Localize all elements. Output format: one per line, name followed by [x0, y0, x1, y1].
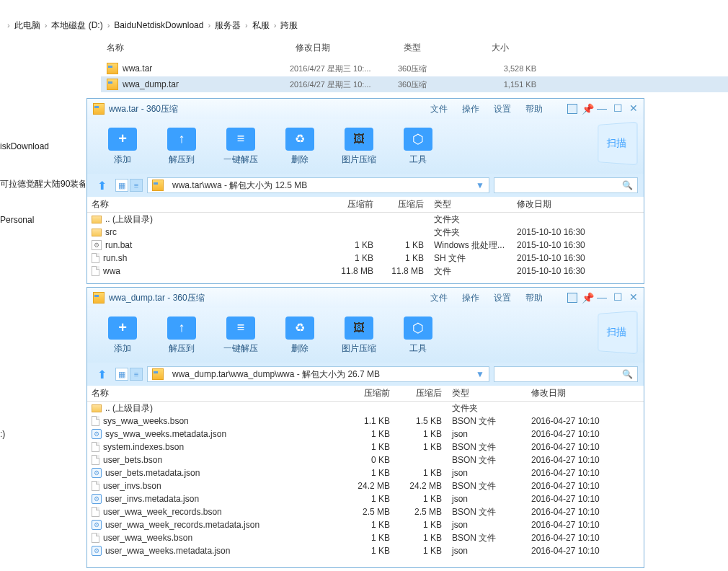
menu-settings[interactable]: 设置 — [494, 103, 511, 115]
hdr-name[interactable]: 名称 — [87, 198, 325, 211]
col-name[interactable]: 名称 — [101, 42, 290, 58]
chevron-down-icon[interactable]: ▼ — [476, 180, 484, 190]
crumb[interactable]: BaiduNetdiskDownload — [114, 20, 203, 30]
menu-help[interactable]: 帮助 — [525, 292, 543, 304]
list-item[interactable]: user_wwa_weeks.metadata.json1 KB1 KBjson… — [87, 544, 644, 557]
search-icon: 🔍 — [622, 180, 633, 190]
list-item[interactable]: user_bets.bson0 KBBSON 文件2016-04-27 10:1… — [87, 453, 644, 466]
skin-icon[interactable] — [567, 293, 577, 303]
size-before: 1 KB — [338, 429, 396, 439]
crumb[interactable]: 本地磁盘 (D:) — [51, 19, 102, 32]
delete-button[interactable]: 删除 — [273, 317, 327, 355]
titlebar[interactable]: wwa_dump.tar - 360压缩 文件 操作 设置 帮助 📌 — ☐ ✕ — [87, 288, 644, 308]
sidebar-item[interactable]: 可拉德觉醒大陆90装备 — [0, 178, 85, 190]
menu-file[interactable]: 文件 — [430, 292, 448, 304]
oneclick-button[interactable]: 一键解压 — [214, 128, 267, 166]
list-item[interactable]: user_wwa_week_records.bson2.5 MB2.5 MBBS… — [87, 505, 644, 518]
hdr-date[interactable]: 修改日期 — [505, 198, 613, 211]
list-item[interactable]: user_bets.metadata.json1 KB1 KBjson2016-… — [87, 466, 644, 479]
path-input[interactable]: wwa_dump.tar\wwa_dump\wwa - 解包大小为 26.7 M… — [147, 366, 489, 382]
list-item[interactable]: run.sh1 KB1 KBSH 文件2015-10-10 16:30 — [87, 252, 644, 265]
view-grid-button[interactable]: ▦ — [115, 368, 128, 381]
extract-button[interactable]: 解压到 — [155, 128, 208, 166]
list-item[interactable]: system.indexes.bson1 KB1 KBBSON 文件2016-0… — [87, 441, 644, 453]
minimize-button[interactable]: — — [596, 104, 608, 114]
file-type: SH 文件 — [430, 252, 505, 265]
json-icon — [92, 494, 102, 504]
imgcomp-button[interactable]: 图片压缩 — [332, 317, 386, 355]
pin-icon[interactable]: 📌 — [582, 104, 592, 114]
scan-badge[interactable]: 扫描 — [598, 311, 637, 354]
hdr-name[interactable]: 名称 — [87, 387, 338, 399]
col-type[interactable]: 类型 — [398, 42, 486, 58]
extract-button[interactable]: 解压到 — [155, 317, 208, 355]
list-item[interactable]: user_invs.metadata.json1 KB1 KBjson2016-… — [87, 492, 644, 505]
menu-help[interactable]: 帮助 — [525, 103, 543, 115]
explorer-row[interactable]: wwa_dump.tar2016/4/27 星期三 10:...360压缩1,1… — [101, 76, 728, 92]
sidebar-item[interactable]: iskDownload — [0, 141, 49, 151]
oneclick-button[interactable]: 一键解压 — [214, 317, 267, 355]
list-item[interactable]: user_wwa_weeks.bson1 KB1 KBBSON 文件2016-0… — [87, 531, 644, 544]
crumb[interactable]: 此电脑 — [14, 19, 40, 32]
up-button[interactable]: ⬆ — [93, 179, 111, 192]
close-button[interactable]: ✕ — [628, 293, 639, 303]
delete-icon — [285, 128, 314, 151]
search-input[interactable]: 🔍 — [494, 177, 638, 193]
view-grid-button[interactable]: ▦ — [115, 179, 128, 192]
close-button[interactable]: ✕ — [628, 104, 639, 114]
skin-icon[interactable] — [567, 104, 577, 114]
hdr-date[interactable]: 修改日期 — [520, 387, 635, 399]
list-item[interactable]: user_wwa_week_records.metadata.json1 KB1… — [87, 518, 644, 531]
view-list-button[interactable]: ≡ — [130, 368, 143, 381]
hdr-before[interactable]: 压缩前 — [338, 387, 396, 399]
delete-button[interactable]: 删除 — [273, 128, 327, 166]
menu-file[interactable]: 文件 — [430, 103, 448, 115]
size-before: 11.8 MB — [325, 266, 379, 276]
crumb[interactable]: 私服 — [252, 19, 270, 32]
add-button[interactable]: 添加 — [96, 128, 149, 166]
menu-settings[interactable]: 设置 — [494, 292, 511, 304]
explorer-columns: 名称 修改日期 类型 大小 — [101, 42, 728, 58]
crumb[interactable]: 服务器 — [215, 19, 241, 32]
list-item[interactable]: user_invs.bson24.2 MB24.2 MBBSON 文件2016-… — [87, 479, 644, 492]
scan-badge[interactable]: 扫描 — [598, 122, 637, 165]
list-item[interactable]: sys_wwa_weeks.bson1.1 KB1.5 KBBSON 文件201… — [87, 415, 644, 428]
breadcrumb[interactable]: › 此电脑 › 本地磁盘 (D:) › BaiduNetdiskDownload… — [0, 17, 728, 33]
list-item[interactable]: src文件夹2015-10-10 16:30 — [87, 226, 644, 239]
list-item[interactable]: run.bat1 KB1 KBWindows 批处理...2015-10-10 … — [87, 239, 644, 252]
col-size[interactable]: 大小 — [486, 42, 558, 58]
file-type: json — [448, 520, 520, 530]
titlebar[interactable]: wwa.tar - 360压缩 文件 操作 设置 帮助 📌 — ☐ ✕ — [87, 99, 644, 119]
hdr-after[interactable]: 压缩后 — [396, 387, 448, 399]
imgcomp-button[interactable]: 图片压缩 — [332, 128, 386, 166]
hdr-type[interactable]: 类型 — [448, 387, 520, 399]
hdr-before[interactable]: 压缩前 — [325, 198, 379, 211]
up-button[interactable]: ⬆ — [93, 368, 111, 381]
menu-operate[interactable]: 操作 — [462, 103, 479, 115]
hdr-after[interactable]: 压缩后 — [379, 198, 430, 211]
sidebar-item[interactable]: :) — [0, 429, 5, 439]
explorer-row[interactable]: wwa.tar2016/4/27 星期三 10:...360压缩3,528 KB — [101, 61, 728, 76]
minimize-button[interactable]: — — [596, 293, 608, 303]
sidebar-item[interactable]: Personal — [0, 215, 34, 225]
menu-operate[interactable]: 操作 — [462, 292, 479, 304]
hdr-type[interactable]: 类型 — [430, 198, 505, 211]
list-item-parent[interactable]: .. (上级目录)文件夹 — [87, 402, 644, 415]
tools-button[interactable]: 工具 — [391, 128, 445, 166]
pin-icon[interactable]: 📌 — [582, 293, 592, 303]
view-list-button[interactable]: ≡ — [130, 179, 143, 192]
file-date: 2015-10-10 16:30 — [505, 253, 613, 263]
search-input[interactable]: 🔍 — [494, 366, 638, 382]
list-item[interactable]: sys_wwa_weeks.metadata.json1 KB1 KBjson2… — [87, 428, 644, 441]
crumb[interactable]: 跨服 — [280, 19, 298, 32]
col-date[interactable]: 修改日期 — [290, 42, 398, 58]
chevron-down-icon[interactable]: ▼ — [476, 369, 484, 379]
tools-button[interactable]: 工具 — [391, 317, 445, 355]
archive-window-1: wwa.tar - 360压缩 文件 操作 设置 帮助 📌 — ☐ ✕ 添加 解… — [86, 98, 644, 284]
list-item[interactable]: wwa11.8 MB11.8 MB文件2015-10-10 16:30 — [87, 265, 644, 278]
path-input[interactable]: wwa.tar\wwa - 解包大小为 12.5 MB ▼ — [147, 177, 489, 193]
list-item-parent[interactable]: .. (上级目录)文件夹 — [87, 213, 644, 226]
maximize-button[interactable]: ☐ — [612, 104, 623, 114]
add-button[interactable]: 添加 — [96, 317, 149, 355]
maximize-button[interactable]: ☐ — [612, 293, 623, 303]
